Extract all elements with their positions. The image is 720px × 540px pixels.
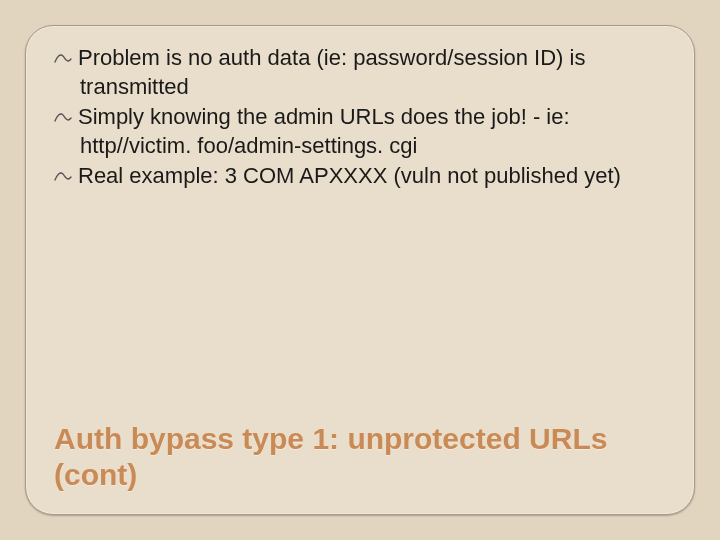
- slide-body: Problem is no auth data (ie: password/se…: [54, 44, 666, 193]
- slide-frame: Problem is no auth data (ie: password/se…: [25, 25, 695, 515]
- bullet-item: Problem is no auth data (ie: password/se…: [54, 44, 666, 101]
- bullet-item: Simply knowing the admin URLs does the j…: [54, 103, 666, 160]
- bullet-item: Real example: 3 COM APXXXX (vuln not pub…: [54, 162, 666, 191]
- slide-title: Auth bypass type 1: unprotected URLs (co…: [54, 421, 666, 494]
